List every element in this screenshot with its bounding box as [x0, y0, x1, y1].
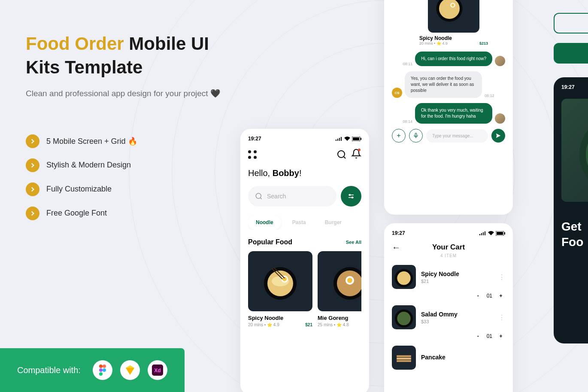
hero-subtitle: Clean and professional app design for yo… [26, 88, 232, 100]
chip-burger[interactable]: Burger [317, 215, 349, 230]
svg-point-34 [347, 278, 352, 283]
chat-message: 08:11 Hi, can i order this food right no… [392, 52, 505, 66]
signal-icon [479, 231, 486, 235]
cart-count: 4 ITEM [392, 253, 505, 258]
status-time: 19:27 [561, 84, 575, 90]
figma-icon [93, 360, 112, 380]
search-icon [255, 192, 263, 200]
qty-value: 01 [487, 333, 492, 339]
svg-rect-44 [483, 232, 484, 235]
food-name: Spicy Noodle [248, 315, 312, 321]
section-header: Popular Food See All [248, 238, 361, 246]
cart-item: Salad Ommy $33 ⋮ [392, 305, 505, 329]
svg-point-28 [282, 277, 287, 281]
hero-title: Food Order Mobile UI Kits Template [26, 32, 232, 79]
svg-marker-6 [126, 365, 134, 368]
see-all-link[interactable]: See All [346, 240, 361, 245]
svg-point-21 [349, 194, 351, 196]
svg-rect-55 [397, 360, 411, 362]
notification-icon[interactable] [351, 149, 361, 161]
chip-noodle[interactable]: Noodle [248, 215, 281, 230]
food-price: $213 [479, 41, 488, 46]
compatible-label: Compatible with: [17, 365, 81, 375]
msg-time: 08:14 [403, 119, 412, 124]
food-price: $21 [305, 322, 312, 327]
food-card[interactable]: Mie Goreng 25 mins • ⭐ 4.8 [318, 251, 361, 327]
qty-control: - 01 + [392, 292, 505, 300]
section-title: Popular Food [248, 238, 292, 246]
msg-bubble: Ok thank you very much, waiting for the … [415, 103, 492, 124]
food-meta: 25 mins • ⭐ 4.8 [318, 322, 349, 327]
increase-button[interactable]: + [497, 292, 505, 300]
chat-screen: Spicy Noodle 20 mins • ⭐ 4.9 $213 08:11 … [384, 0, 513, 215]
cart-item: Spicy Noodle $21 ⋮ [392, 265, 505, 289]
feature-item: 5 Mobile Screen + Grid 🔥 [26, 134, 232, 148]
svg-rect-15 [361, 138, 361, 140]
primary-button[interactable] [554, 43, 588, 64]
cart-item-name: Pancake [421, 354, 505, 361]
food-name: Mie Goreng [318, 315, 361, 321]
svg-rect-48 [504, 232, 505, 234]
svg-line-19 [261, 198, 262, 199]
cart-item: Pancake [392, 346, 505, 370]
food-cards: Spicy Noodle 20 mins • ⭐ 4.9 $21 Mie Gor… [248, 251, 361, 327]
msg-bubble: Hi, can i order this food right now? [415, 52, 492, 66]
avatar [495, 56, 505, 66]
svg-rect-10 [337, 139, 338, 141]
filter-button[interactable] [341, 186, 361, 207]
menu-icon[interactable] [248, 150, 257, 159]
chat-input[interactable]: Type your message... [426, 129, 488, 143]
feature-item: Fully Customizable [26, 182, 232, 196]
chevron-right-icon [26, 207, 39, 220]
chip-pasta[interactable]: Pasta [285, 215, 314, 230]
compatible-bar: Compatible with: Xd [0, 348, 185, 392]
chat-input-bar: + Type your message... [392, 129, 505, 143]
title-accent: Food Order [26, 33, 124, 54]
add-button[interactable]: + [392, 129, 406, 143]
qty-control: - 01 + [392, 332, 505, 340]
decrease-button[interactable]: - [474, 292, 482, 300]
search-input[interactable]: Search [248, 186, 336, 207]
food-image [248, 251, 312, 311]
msg-time: 08:12 [485, 94, 494, 98]
feature-text: Stylish & Modern Design [46, 161, 131, 170]
feature-text: Free Google Font [46, 209, 107, 218]
feature-item: Free Google Font [26, 207, 232, 220]
increase-button[interactable]: + [497, 332, 505, 340]
wifi-icon [488, 231, 494, 235]
svg-point-4 [99, 372, 103, 376]
food-name: Spicy Noodle [419, 35, 488, 41]
greeting: Hello, Bobby! [248, 168, 361, 178]
mic-button[interactable] [409, 129, 423, 143]
secondary-button[interactable] [554, 13, 588, 33]
back-button[interactable]: ← [392, 243, 400, 252]
food-card[interactable]: Spicy Noodle 20 mins • ⭐ 4.9 $21 [248, 251, 312, 327]
cart-item-name: Salad Ommy [421, 311, 493, 318]
svg-rect-53 [397, 355, 411, 357]
svg-rect-54 [397, 358, 411, 359]
chat-food-card[interactable]: Spicy Noodle 20 mins • ⭐ 4.9 $213 [419, 0, 488, 46]
battery-icon [352, 137, 361, 141]
svg-point-50 [397, 271, 410, 285]
more-icon[interactable]: ⋮ [498, 313, 505, 322]
send-button[interactable] [491, 129, 505, 143]
decrease-button[interactable]: - [474, 332, 482, 340]
svg-rect-43 [481, 233, 482, 235]
svg-rect-9 [336, 140, 336, 141]
status-bar: 19:27 [248, 136, 361, 142]
qty-value: 01 [487, 293, 492, 299]
home-screen: 19:27 Hello, Bobby! Search Nood [240, 129, 369, 392]
sliders-icon [347, 192, 355, 200]
status-bar: 19:27 [561, 84, 588, 90]
svg-point-38 [452, 4, 454, 6]
food-image [392, 265, 416, 289]
search-icon[interactable] [336, 149, 347, 160]
compatible-icons: Xd [93, 360, 167, 380]
svg-point-16 [338, 151, 345, 158]
food-image [318, 251, 361, 311]
chat-message: 08:14 Ok thank you very much, waiting fo… [392, 103, 505, 124]
send-icon [495, 133, 501, 139]
chevron-right-icon [26, 182, 39, 196]
food-meta: 20 mins • ⭐ 4.9 [248, 322, 279, 327]
more-icon[interactable]: ⋮ [498, 273, 505, 281]
